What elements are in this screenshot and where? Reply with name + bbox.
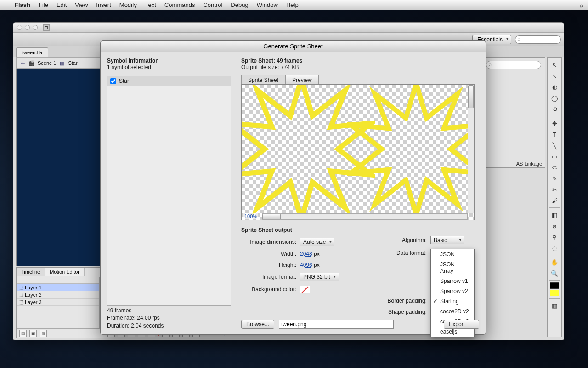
label-border-padding: Border padding: xyxy=(376,298,427,304)
menubar-view[interactable]: View xyxy=(75,1,88,8)
menubar-text[interactable]: Text xyxy=(145,1,156,8)
stats-duration: Duration: 2.04 seconds xyxy=(107,322,164,330)
app-titlebar: Fl xyxy=(13,23,564,33)
hand-tool-icon[interactable]: ✋ xyxy=(549,257,560,267)
label-height: Height: xyxy=(241,262,296,268)
bone-tool-icon[interactable]: ◧ xyxy=(549,210,560,220)
menubar-window[interactable]: Window xyxy=(257,1,278,8)
flash-app-icon: Fl xyxy=(43,24,50,31)
dfopt-cocos2d-v2[interactable]: cocos2D v2 xyxy=(431,306,474,316)
stroke-color-swatch[interactable] xyxy=(550,282,559,289)
browse-button[interactable]: Browse... xyxy=(241,320,274,329)
background-color-swatch[interactable] xyxy=(300,286,310,293)
dfopt-json[interactable]: JSON xyxy=(431,249,474,259)
snap-to-objects-icon[interactable]: ▥ xyxy=(549,300,560,310)
sheet-header: Sprite Sheet: 49 frames xyxy=(241,58,302,64)
symbol-list-item[interactable]: Star xyxy=(107,76,231,86)
layer-1-label: Layer 1 xyxy=(25,285,42,290)
image-dimensions-dropdown[interactable]: Auto size xyxy=(300,238,334,246)
menubar-modify[interactable]: Modify xyxy=(119,1,137,8)
label-shape-padding: Shape padding: xyxy=(376,309,427,315)
generate-sprite-sheet-dialog: Generate Sprite Sheet Symbol information… xyxy=(100,40,486,335)
spotlight-icon[interactable]: ⌕ xyxy=(580,1,583,9)
free-transform-tool-icon[interactable]: ◐ xyxy=(549,82,560,92)
delete-layer-button[interactable]: 🗑 xyxy=(40,330,47,337)
zoom-tool-icon[interactable]: 🔍 xyxy=(549,268,560,278)
menubar-app[interactable]: Flash xyxy=(15,1,30,8)
eyedropper-tool-icon[interactable]: ⚲ xyxy=(549,232,560,242)
height-unit: px xyxy=(314,262,320,268)
library-panel: AS Linkage xyxy=(483,58,545,168)
dfopt-sparrow-v1[interactable]: Sparrow v1 xyxy=(431,276,474,286)
fill-color-swatch[interactable] xyxy=(550,290,559,296)
sprite-sheet-preview: 100% xyxy=(241,84,475,220)
menubar-debug[interactable]: Debug xyxy=(231,1,248,8)
dfopt-starling[interactable]: Starling xyxy=(431,296,474,306)
oval-tool-icon[interactable]: ⬭ xyxy=(549,162,560,172)
layer-3-label: Layer 3 xyxy=(25,299,42,305)
tab-preview[interactable]: Preview xyxy=(285,75,319,85)
menubar-edit[interactable]: Edit xyxy=(57,1,67,8)
scene-name[interactable]: Scene 1 xyxy=(38,60,56,66)
symbol-info-heading: Symbol information xyxy=(107,58,159,64)
deco-tool-icon[interactable]: 🖌 xyxy=(549,196,560,206)
tools-panel: ↖ ⤡ ◐ ◯ ⟲ ✥ T ╲ ▭ ⬭ ✎ ✂ 🖌 ◧ ⌀ ⚲ ◌ ✋ 🔍 ▥ xyxy=(547,58,562,337)
3d-rotation-tool-icon[interactable]: ◯ xyxy=(549,93,560,103)
starburst-icon xyxy=(347,84,475,218)
window-zoom-icon[interactable] xyxy=(33,25,38,30)
dfopt-sparrow-v2[interactable]: Sparrow v2 xyxy=(431,286,474,296)
symbol-name[interactable]: Star xyxy=(68,60,77,66)
line-tool-icon[interactable]: ╲ xyxy=(549,140,560,150)
preview-zoom[interactable]: 100% xyxy=(243,213,258,219)
menubar-file[interactable]: File xyxy=(39,1,48,8)
algorithm-dropdown[interactable]: Basic xyxy=(430,236,464,244)
new-folder-button[interactable]: ▣ xyxy=(29,330,37,337)
label-algorithm: Algorithm: xyxy=(376,237,427,243)
pen-tool-icon[interactable]: ✥ xyxy=(549,118,560,128)
tab-sprite-sheet[interactable]: Sprite Sheet xyxy=(241,75,285,85)
height-value[interactable]: 4096 xyxy=(300,262,312,268)
paint-bucket-tool-icon[interactable]: ⌀ xyxy=(549,221,560,231)
dfopt-json-array[interactable]: JSON-Array xyxy=(431,259,474,276)
brush-tool-icon[interactable]: ✂ xyxy=(549,184,560,195)
width-value[interactable]: 2048 xyxy=(300,251,312,257)
document-tab[interactable]: tween.fla xyxy=(16,47,48,57)
library-search-input[interactable] xyxy=(486,61,541,69)
lasso-tool-icon[interactable]: ⟲ xyxy=(549,104,560,114)
pencil-tool-icon[interactable]: ✎ xyxy=(549,173,560,184)
window-minimize-icon[interactable] xyxy=(25,25,30,30)
eraser-tool-icon[interactable]: ◌ xyxy=(549,243,560,253)
output-filename-input[interactable] xyxy=(279,320,394,329)
selection-tool-icon[interactable]: ↖ xyxy=(549,60,560,70)
symbol-icon: ▦ xyxy=(59,60,65,66)
menubar-help[interactable]: Help xyxy=(286,1,299,8)
dialog-title: Generate Sprite Sheet xyxy=(101,41,486,52)
symbol-list-label: Star xyxy=(119,78,129,84)
svg-marker-1 xyxy=(351,84,475,215)
preview-vertical-scrollbar[interactable] xyxy=(468,85,474,213)
menubar-commands[interactable]: Commands xyxy=(164,1,195,8)
stats-fps: Frame rate: 24.00 fps xyxy=(107,314,164,322)
layer-2-label: Layer 2 xyxy=(25,292,42,298)
image-format-dropdown[interactable]: PNG 32 bit xyxy=(300,273,339,281)
export-button[interactable]: Export xyxy=(444,320,479,329)
sheet-output-size: Output file size: 774 KB xyxy=(241,64,299,70)
new-layer-button[interactable]: ▤ xyxy=(19,330,27,337)
symbol-checkbox[interactable] xyxy=(110,78,116,84)
help-search-input[interactable] xyxy=(515,35,561,44)
window-close-icon[interactable] xyxy=(17,25,22,30)
label-data-format: Data format: xyxy=(376,250,427,256)
rectangle-tool-icon[interactable]: ▭ xyxy=(549,151,560,161)
text-tool-icon[interactable]: T xyxy=(549,129,560,139)
tab-timeline[interactable]: Timeline xyxy=(17,268,45,276)
back-icon[interactable]: ⇦ xyxy=(19,60,26,66)
label-background-color: Background color: xyxy=(241,286,296,293)
subselection-tool-icon[interactable]: ⤡ xyxy=(549,71,560,81)
menubar-insert[interactable]: Insert xyxy=(96,1,111,8)
tab-motion-editor[interactable]: Motion Editor xyxy=(45,268,85,276)
menubar-control[interactable]: Control xyxy=(203,1,222,8)
preview-horizontal-scrollbar[interactable] xyxy=(262,213,468,220)
scene-icon: 🎬 xyxy=(28,60,35,66)
label-width: Width: xyxy=(241,251,296,257)
mac-menubar: Flash File Edit View Insert Modify Text … xyxy=(0,0,588,10)
